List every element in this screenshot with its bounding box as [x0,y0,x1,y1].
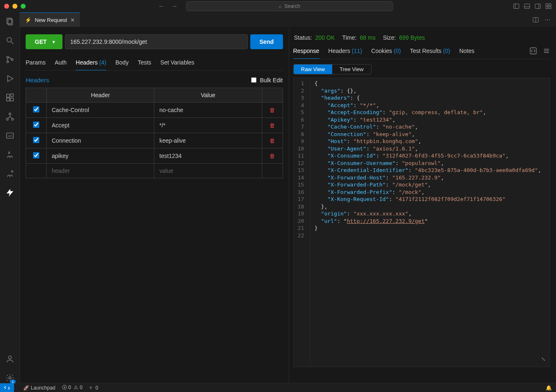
request-tabs: Params Auth Headers (4) Body Tests Set V… [26,57,283,71]
trash-icon[interactable]: 🗑 [269,107,275,113]
run-debug-icon[interactable] [5,74,15,84]
response-view-toggle: Raw View Tree View [293,64,371,74]
col-value: Value [154,88,262,103]
window-maximize-button[interactable] [21,4,26,9]
thunder-tab-icon: ⚡ [25,17,31,23]
http-method-label: GET [35,38,47,45]
settings-gear-icon[interactable]: 1 [5,373,15,383]
header-enabled-checkbox[interactable] [33,152,39,158]
resp-tab-cookies[interactable]: Cookies (0) [371,45,401,59]
remote-indicator[interactable] [0,383,14,392]
svg-point-12 [7,38,11,42]
header-value-input[interactable] [159,153,256,159]
resp-tab-notes[interactable]: Notes [459,45,475,59]
svg-marker-28 [6,189,13,196]
header-value-input[interactable] [159,167,256,174]
trash-icon[interactable]: 🗑 [269,137,275,144]
launchpad-status[interactable]: 🚀 Launchpad [23,385,55,391]
svg-point-16 [11,59,13,61]
header-value-input[interactable] [159,137,256,144]
window-minimize-button[interactable] [12,4,17,9]
header-name-input[interactable] [52,153,149,159]
status-value: 200 OK [315,34,335,41]
layout-panel-bottom-icon[interactable] [524,3,530,10]
git-graph-icon[interactable] [5,112,15,122]
nav-forward-icon[interactable]: → [171,2,178,10]
header-name-input[interactable] [52,137,149,144]
bulk-edit-checkbox[interactable] [251,77,256,83]
request-url-input[interactable] [65,34,248,49]
tab-body[interactable]: Body [115,57,129,70]
svg-point-30 [9,377,11,379]
layout-sidebar-right-icon[interactable] [534,3,541,10]
table-row: 🗑 [26,148,283,164]
header-value-input[interactable] [159,122,256,129]
header-enabled-checkbox[interactable] [33,106,39,112]
thunder-collections-icon[interactable] [5,169,15,179]
code-snippet-icon[interactable] [530,47,537,55]
header-name-input[interactable] [52,167,149,174]
accounts-icon[interactable] [5,354,15,364]
layout-sidebar-left-icon[interactable] [513,3,520,10]
window-titlebar: ← → ⌕ Search [0,0,556,12]
problems-status[interactable]: ⓧ 0 ⚠ 0 [62,384,83,391]
send-button[interactable]: Send [250,34,283,49]
tree-view-button[interactable]: Tree View [332,65,371,74]
header-enabled-checkbox[interactable] [33,122,39,128]
header-enabled-checkbox[interactable] [33,137,39,143]
http-method-select[interactable]: GET ▾ [26,34,62,49]
chevron-down-icon: ▾ [53,39,55,45]
svg-point-27 [11,171,13,172]
editor-tabbar: ⚡ New Request ✕ ⋯ [20,12,556,27]
nav-back-icon[interactable]: ← [158,2,165,10]
size-value: 699 Bytes [399,34,425,41]
resp-tab-test-results[interactable]: Test Results (0) [410,45,450,59]
trash-icon[interactable]: 🗑 [269,153,275,159]
explorer-icon[interactable] [5,17,15,26]
source-control-icon[interactable] [5,55,15,65]
editor-tab-new-request[interactable]: ⚡ New Request ✕ [20,12,80,27]
search-sidebar-icon[interactable] [5,36,15,45]
expand-icon[interactable]: ⤡ [541,356,546,363]
tab-tests[interactable]: Tests [138,57,151,70]
header-value-input[interactable] [159,107,256,113]
layout-customize-icon[interactable] [545,3,552,10]
svg-rect-21 [10,94,13,96]
window-close-button[interactable] [4,4,9,9]
command-search[interactable]: ⌕ Search [186,1,393,11]
svg-rect-19 [6,98,9,101]
table-row: 🗑 [26,133,283,148]
search-icon: ⌕ [279,3,282,9]
response-meta: Status: 200 OK Time: 68 ms Size: 699 Byt… [294,34,551,41]
tab-params[interactable]: Params [26,57,46,70]
tab-set-variables[interactable]: Set Variables [161,57,194,70]
svg-rect-2 [525,4,530,9]
hamburger-menu-icon[interactable] [543,47,550,55]
svg-rect-8 [546,7,548,9]
api-panel-icon[interactable]: /API [5,131,15,141]
col-header: Header [47,88,154,103]
header-name-input[interactable] [52,122,149,129]
thunder-env-icon[interactable] [5,150,15,160]
thunder-client-icon[interactable] [5,188,15,198]
close-icon[interactable]: ✕ [70,17,75,23]
more-actions-icon[interactable]: ⋯ [545,17,550,23]
response-tabs: Response Headers (11) Cookies (0) Test R… [293,45,551,59]
time-value: 68 ms [360,34,376,41]
response-body-viewer[interactable]: 12345678910111213141516171819202122 { "a… [293,78,551,367]
resp-tab-response[interactable]: Response [293,45,319,59]
extensions-icon[interactable] [5,93,15,103]
split-editor-icon[interactable] [532,17,539,23]
header-name-input[interactable] [52,107,149,113]
tab-headers[interactable]: Headers (4) [76,57,106,70]
bulk-edit-toggle[interactable]: Bulk Edit [251,77,283,84]
tab-auth[interactable]: Auth [55,57,67,70]
raw-view-button[interactable]: Raw View [294,65,333,74]
svg-rect-6 [546,4,548,6]
notifications-icon[interactable]: 🔔 [546,385,552,391]
svg-rect-20 [10,98,13,101]
svg-marker-17 [7,76,13,82]
radio-status[interactable]: ᯤ 0 [89,385,98,391]
trash-icon[interactable]: 🗑 [269,122,275,129]
resp-tab-headers[interactable]: Headers (11) [328,45,362,59]
